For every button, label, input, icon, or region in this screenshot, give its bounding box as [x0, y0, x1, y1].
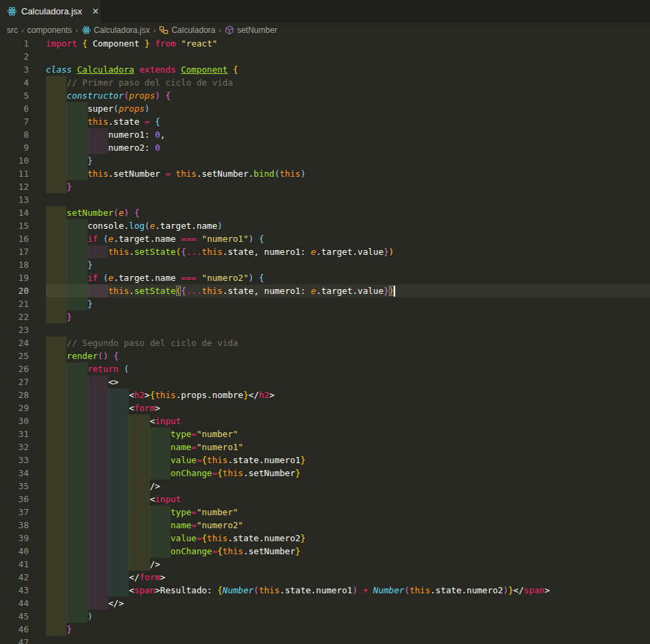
line-number[interactable]: 37: [0, 506, 46, 519]
code-line[interactable]: 41 />: [0, 558, 650, 571]
code-line[interactable]: 43 <span>Resultado: {Number(this.state.n…: [0, 584, 650, 597]
code-line[interactable]: 47: [0, 636, 650, 644]
code-line[interactable]: 20 this.setState({...this.state, numero1…: [0, 284, 650, 297]
line-number[interactable]: 3: [0, 63, 46, 76]
line-number[interactable]: 1: [0, 37, 46, 50]
line-number[interactable]: 27: [0, 375, 46, 388]
code-line[interactable]: 46 }: [0, 623, 650, 636]
code-line[interactable]: 29 <form>: [0, 401, 650, 414]
line-number[interactable]: 28: [0, 388, 46, 401]
breadcrumb-item-file[interactable]: Calculadora.jsx: [82, 25, 150, 35]
code-line[interactable]: 2: [0, 50, 650, 63]
line-number[interactable]: 11: [0, 167, 46, 180]
code-line[interactable]: 4 // Primer paso del ciclo de vida: [0, 76, 650, 89]
line-number[interactable]: 26: [0, 362, 46, 375]
code-line[interactable]: 33 value={this.state.numero1}: [0, 454, 650, 467]
line-number[interactable]: 43: [0, 584, 46, 597]
code-line[interactable]: 22 }: [0, 310, 650, 323]
editor[interactable]: 1import { Component } from "react"23clas…: [0, 37, 650, 644]
line-number[interactable]: 8: [0, 128, 46, 141]
line-number[interactable]: 36: [0, 493, 46, 506]
line-number[interactable]: 20: [0, 284, 46, 297]
code-line[interactable]: 38 name="numero2": [0, 519, 650, 532]
code-line[interactable]: 16 if (e.target.name === "numero1") {: [0, 232, 650, 245]
code-line[interactable]: 28 <h2>{this.props.nombre}</h2>: [0, 388, 650, 401]
line-number[interactable]: 15: [0, 219, 46, 232]
code-line[interactable]: 27 <>: [0, 375, 650, 388]
code-line[interactable]: 19 if (e.target.name === "numero2") {: [0, 271, 650, 284]
code-line[interactable]: 36 <input: [0, 493, 650, 506]
code-line[interactable]: 37 type="number": [0, 506, 650, 519]
breadcrumb-item-src[interactable]: src: [7, 25, 18, 35]
code-line[interactable]: 45 ): [0, 610, 650, 623]
code-line[interactable]: 42 </form>: [0, 571, 650, 584]
line-number[interactable]: 39: [0, 532, 46, 545]
code-line[interactable]: 40 onChange={this.setNumber}: [0, 545, 650, 558]
code-line[interactable]: 11 this.setNumber = this.setNumber.bind(…: [0, 167, 650, 180]
code-line[interactable]: 39 value={this.state.numero2}: [0, 532, 650, 545]
line-number[interactable]: 7: [0, 115, 46, 128]
code-line[interactable]: 10 }: [0, 154, 650, 167]
line-number[interactable]: 16: [0, 232, 46, 245]
line-number[interactable]: 23: [0, 323, 46, 336]
breadcrumb-item-components[interactable]: components: [27, 25, 72, 35]
line-number[interactable]: 40: [0, 545, 46, 558]
line-number[interactable]: 32: [0, 441, 46, 454]
line-number[interactable]: 13: [0, 193, 46, 206]
code-line[interactable]: 24 // Segundo paso del ciclo de vida: [0, 336, 650, 349]
code-line[interactable]: 26 return (: [0, 362, 650, 375]
line-number[interactable]: 42: [0, 571, 46, 584]
line-number[interactable]: 2: [0, 50, 46, 63]
line-number[interactable]: 10: [0, 154, 46, 167]
code-line[interactable]: 34 onChange={this.setNumber}: [0, 467, 650, 480]
code-line[interactable]: 30 <input: [0, 414, 650, 428]
code-line[interactable]: 1import { Component } from "react": [0, 37, 650, 50]
line-number[interactable]: 29: [0, 401, 46, 414]
code-line[interactable]: 12 }: [0, 180, 650, 193]
code-line[interactable]: 23: [0, 323, 650, 336]
line-number[interactable]: 21: [0, 297, 46, 310]
line-number[interactable]: 24: [0, 336, 46, 349]
line-number[interactable]: 12: [0, 180, 46, 193]
line-number[interactable]: 31: [0, 428, 46, 441]
code-line[interactable]: 6 super(props): [0, 102, 650, 115]
code-line[interactable]: 32 name="numero1": [0, 441, 650, 454]
tab-calculadora-jsx[interactable]: Calculadora.jsx ✕: [0, 0, 101, 23]
code-line[interactable]: 14 setNumber(e) {: [0, 206, 650, 219]
line-number[interactable]: 33: [0, 454, 46, 467]
line-number[interactable]: 25: [0, 349, 46, 362]
line-number[interactable]: 4: [0, 76, 46, 89]
line-number[interactable]: 35: [0, 480, 46, 493]
code-line[interactable]: 35 />: [0, 480, 650, 493]
line-number[interactable]: 30: [0, 414, 46, 428]
tab-close-button[interactable]: ✕: [90, 6, 101, 16]
code-line[interactable]: 15 console.log(e.target.name): [0, 219, 650, 232]
code-line[interactable]: 44 </>: [0, 597, 650, 610]
line-number[interactable]: 47: [0, 636, 46, 644]
code-line[interactable]: 3class Calculadora extends Component {: [0, 63, 650, 76]
line-number[interactable]: 38: [0, 519, 46, 532]
line-number[interactable]: 18: [0, 258, 46, 271]
code-line[interactable]: 7 this.state = {: [0, 115, 650, 128]
line-number[interactable]: 6: [0, 102, 46, 115]
code-line[interactable]: 13: [0, 193, 650, 206]
line-number[interactable]: 41: [0, 558, 46, 571]
line-number[interactable]: 9: [0, 141, 46, 154]
code-line[interactable]: 18 }: [0, 258, 650, 271]
line-number[interactable]: 22: [0, 310, 46, 323]
line-number[interactable]: 34: [0, 467, 46, 480]
line-number[interactable]: 19: [0, 271, 46, 284]
line-number[interactable]: 46: [0, 623, 46, 636]
breadcrumb-item-method[interactable]: setNumber: [225, 25, 277, 35]
code-line[interactable]: 17 this.setState({...this.state, numero1…: [0, 245, 650, 258]
code-line[interactable]: 21 }: [0, 297, 650, 310]
line-number[interactable]: 14: [0, 206, 46, 219]
code-line[interactable]: 31 type="number": [0, 428, 650, 441]
line-number[interactable]: 45: [0, 610, 46, 623]
code-line[interactable]: 8 numero1: 0,: [0, 128, 650, 141]
code-line[interactable]: 25 render() {: [0, 349, 650, 362]
line-number[interactable]: 17: [0, 245, 46, 258]
line-number[interactable]: 44: [0, 597, 46, 610]
breadcrumb-item-class[interactable]: Calculadora: [159, 25, 215, 35]
line-number[interactable]: 5: [0, 89, 46, 102]
